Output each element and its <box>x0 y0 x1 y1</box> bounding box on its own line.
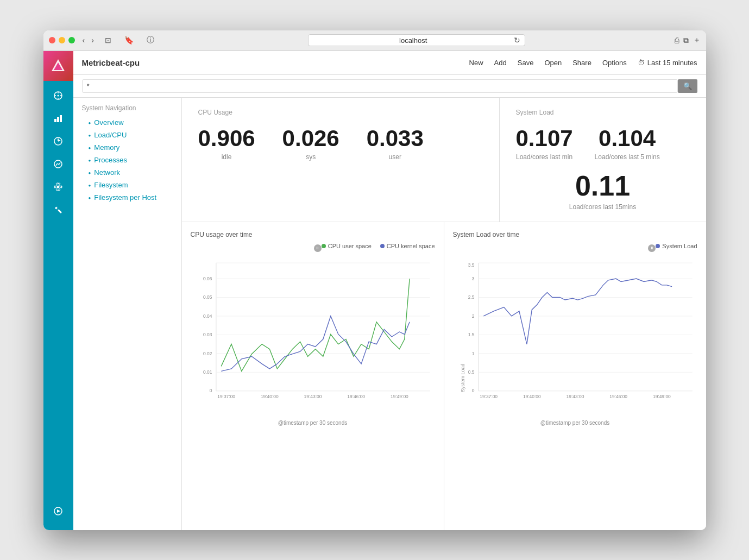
nav-item-network: Network <box>73 166 181 179</box>
nav-item-memory: Memory <box>73 141 181 154</box>
nav-share[interactable]: Share <box>572 59 591 67</box>
top-metrics-row: CPU Usage 0.906 idle 0.026 sys <box>182 98 706 222</box>
icon-sidebar <box>43 51 73 530</box>
duplicate-button[interactable]: ⧉ <box>683 35 689 45</box>
nav-item-filesystem: Filesystem <box>73 179 181 191</box>
legend-pause-icon: ⏸ <box>314 244 322 252</box>
svg-rect-8 <box>54 119 56 122</box>
nav-open[interactable]: Open <box>544 59 562 67</box>
titlebar: ‹ › ⊡ 🔖 ⓘ localhost ↻ ⎙ ⧉ ＋ <box>43 30 706 51</box>
y-axis-label-system-load: System Load <box>460 363 465 392</box>
addressbar: localhost ↻ <box>308 34 525 46</box>
sidebar-icon-settings[interactable] <box>48 177 68 197</box>
info-button[interactable]: ⓘ <box>142 34 159 46</box>
cpu-chart-legend: CPU user space CPU kernel space <box>322 243 435 249</box>
svg-text:0: 0 <box>209 388 212 393</box>
cpu-sys-value: 0.026 <box>282 127 339 150</box>
system-load-chart-section: System Load over time ⏸ System Load <box>444 222 706 530</box>
load-1min-label: Load/cores last min <box>516 153 573 161</box>
svg-text:19:46:00: 19:46:00 <box>609 394 627 399</box>
sidebar-icon-discover[interactable] <box>48 85 68 106</box>
legend-pause-icon-2: ⏸ <box>648 244 656 252</box>
nav-link-overview[interactable]: Overview <box>94 118 123 127</box>
svg-text:0.01: 0.01 <box>203 369 212 375</box>
sidebar-icon-devtools[interactable] <box>48 199 68 220</box>
bookmark-button[interactable]: 🔖 <box>120 35 138 46</box>
back-button[interactable]: ‹ <box>80 35 87 46</box>
search-bar: 🔍 <box>73 75 706 98</box>
nav-options[interactable]: Options <box>602 59 627 67</box>
sidebar-icon-timelion[interactable] <box>48 154 68 174</box>
svg-text:3.5: 3.5 <box>468 262 474 268</box>
svg-text:19:37:00: 19:37:00 <box>217 394 235 399</box>
cpu-kernel-legend: CPU kernel space <box>380 243 435 249</box>
nav-link-filesystem[interactable]: Filesystem <box>94 181 128 189</box>
nav-link-memory[interactable]: Memory <box>94 143 119 152</box>
svg-text:0.5: 0.5 <box>468 369 474 375</box>
nav-panel-title: System Navigation <box>73 104 181 116</box>
sidebar-icon-visualize[interactable] <box>48 108 68 129</box>
svg-text:0.04: 0.04 <box>203 313 212 318</box>
sidebar-icon-dashboard[interactable] <box>48 131 68 152</box>
tab-overview-button[interactable]: ⊡ <box>100 35 116 46</box>
maximize-button[interactable] <box>68 37 75 43</box>
share-button[interactable]: ⎙ <box>675 35 679 45</box>
load-chart-legend-pause: ⏸ <box>648 243 656 254</box>
nav-buttons: ‹ › <box>80 35 96 46</box>
nav-link-processes[interactable]: Processes <box>94 156 127 164</box>
cpu-idle-label: idle <box>198 153 255 161</box>
svg-text:0.05: 0.05 <box>203 294 212 300</box>
svg-text:0: 0 <box>471 388 474 393</box>
time-range-picker[interactable]: ⏱ Last 15 minutes <box>638 59 697 67</box>
svg-point-3 <box>58 95 59 96</box>
sidebar-icon-play[interactable] <box>48 504 68 525</box>
svg-text:0.02: 0.02 <box>203 350 212 356</box>
svg-text:0.06: 0.06 <box>203 275 212 281</box>
nav-link-filesystem-host[interactable]: Filesystem per Host <box>94 193 156 202</box>
nav-item-filesystem-host: Filesystem per Host <box>73 191 181 204</box>
time-range-label: Last 15 minutes <box>647 59 697 67</box>
app-container: Metricbeat-cpu New Add Save Open Share O… <box>43 51 706 530</box>
load-chart-legend: System Load <box>656 243 697 249</box>
system-load-legend: System Load <box>656 243 697 249</box>
system-load-chart-wrapper: System Load <box>453 258 697 521</box>
minimize-button[interactable] <box>59 37 65 43</box>
svg-rect-10 <box>60 115 62 122</box>
search-input[interactable] <box>87 82 673 90</box>
system-load-section: System Load 0.107 Load/cores last min 0.… <box>500 98 706 222</box>
cpu-chart-title: CPU usage over time <box>191 231 435 238</box>
clock-icon: ⏱ <box>638 59 645 67</box>
top-bar: Metricbeat-cpu New Add Save Open Share O… <box>73 51 706 75</box>
cpu-user-value: 0.033 <box>367 127 424 150</box>
cpu-user-label: user <box>367 153 424 161</box>
reload-button[interactable]: ↻ <box>514 36 520 45</box>
nav-link-network[interactable]: Network <box>94 168 120 177</box>
new-tab-button[interactable]: ＋ <box>693 35 701 45</box>
cpu-chart-legend-area: ⏸ CPU user space CPU kernel space <box>191 243 435 254</box>
nav-add[interactable]: Add <box>494 59 507 67</box>
load-5min: 0.104 Load/cores last 5 mins <box>595 127 660 161</box>
cpu-sys: 0.026 sys <box>282 127 339 161</box>
search-button[interactable]: 🔍 <box>678 79 697 93</box>
svg-text:2.5: 2.5 <box>468 294 474 300</box>
forward-button[interactable]: › <box>89 35 96 46</box>
nav-save[interactable]: Save <box>518 59 534 67</box>
svg-marker-15 <box>57 509 60 513</box>
svg-text:19:37:00: 19:37:00 <box>480 394 498 399</box>
dashboard: System Navigation Overview Load/CPU Memo… <box>73 98 706 530</box>
main-window: ‹ › ⊡ 🔖 ⓘ localhost ↻ ⎙ ⧉ ＋ <box>43 30 706 530</box>
load-x-axis-label: @timestamp per 30 seconds <box>453 420 697 426</box>
titlebar-actions: ⎙ ⧉ ＋ <box>675 35 701 45</box>
close-button[interactable] <box>49 37 55 43</box>
cpu-chart-section: CPU usage over time ⏸ CPU user space CPU… <box>182 222 444 530</box>
main-content: Metricbeat-cpu New Add Save Open Share O… <box>73 51 706 530</box>
nav-link-loadcpu[interactable]: Load/CPU <box>94 131 127 139</box>
system-load-chart-svg: 0 0.5 1 1.5 2 2.5 3 3.5 19:37:00 <box>453 258 697 416</box>
icon-sidebar-items <box>48 81 68 504</box>
nav-new[interactable]: New <box>469 59 483 67</box>
load-5min-value: 0.104 <box>595 127 660 150</box>
svg-text:19:46:00: 19:46:00 <box>347 394 365 399</box>
system-load-title: System Load <box>516 109 690 116</box>
cpu-x-axis-label: @timestamp per 30 seconds <box>191 420 435 426</box>
cpu-chart-svg: 0 0.01 0.02 0.03 0.04 0.05 0.06 19:37:00 <box>191 258 435 416</box>
